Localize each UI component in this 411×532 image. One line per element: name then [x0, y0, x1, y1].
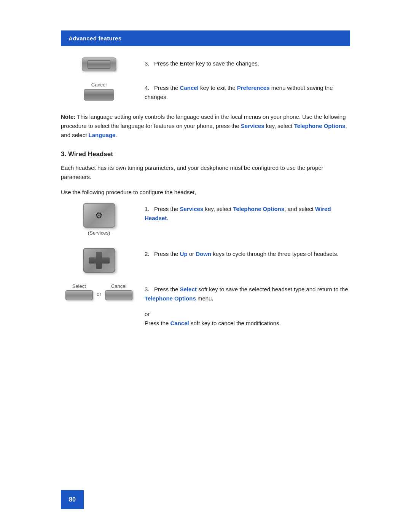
header-banner: Advanced features — [61, 30, 350, 46]
wired-step2-text: 2. Press the Up or Down keys to cycle th… — [137, 248, 350, 259]
select-key-group: Select — [65, 283, 93, 300]
section3-body2: Use the following procedure to configure… — [61, 188, 350, 197]
header-title: Advanced features — [68, 35, 121, 42]
cancel-key-graphic — [84, 89, 114, 101]
ws3-cancel-suffix: soft key to cancel the modifications. — [189, 320, 281, 326]
ws1-middle2: , and select — [284, 206, 315, 212]
ws2-key2: Down — [196, 251, 211, 257]
wired-step3-row: Select or Cancel 3. Press the Select sof… — [61, 283, 350, 328]
note-text2: key, select — [264, 123, 294, 129]
enter-step-text: 3. Press the Enter key to save the chang… — [137, 58, 350, 68]
step4-link: Preferences — [237, 85, 270, 91]
ws3-middle: soft key to save the selected headset ty… — [197, 286, 348, 292]
softkey-image-col: Select or Cancel — [61, 283, 137, 302]
page-number: 80 — [69, 496, 76, 503]
note-link2: Telephone Options — [294, 123, 346, 129]
ws2-suffix: keys to cycle through the three types of… — [211, 251, 338, 257]
page-number-box: 80 — [61, 490, 84, 509]
ws1-link3: Headset — [145, 215, 167, 221]
ws3-cancel-key: Cancel — [170, 320, 189, 326]
cancel-key-group: Cancel — [105, 283, 132, 300]
nav-cross-vertical — [96, 252, 102, 269]
wired-step2-row: 2. Press the Up or Down keys to cycle th… — [61, 248, 350, 273]
note-text4: . — [115, 132, 117, 138]
ws3-cancel-prefix: Press the — [145, 320, 170, 326]
softkey-or: or — [94, 291, 104, 300]
ws2-number: 2. — [145, 251, 150, 257]
ws1-prefix: Press the — [154, 206, 180, 212]
nav-key-image-col — [61, 248, 137, 273]
section3-body1: Each headset has its own tuning paramete… — [61, 163, 350, 182]
ws2-key1: Up — [180, 251, 188, 257]
ws3-key: Select — [180, 286, 197, 292]
nav-key-graphic — [83, 248, 115, 273]
step3-suffix: key to save the changes. — [194, 60, 259, 67]
select-label: Select — [72, 283, 86, 289]
ws2-or: or — [188, 251, 196, 257]
wired-step1-row: ⚙ (Services) 1. Press the Services key, … — [61, 203, 350, 237]
cancel-key-image-col: Cancel — [61, 82, 137, 101]
note-link1: Services — [241, 123, 264, 129]
ws3-number: 3. — [145, 286, 150, 292]
step3-number: 3. — [145, 60, 150, 67]
note-block: Note: This language setting only control… — [61, 112, 350, 140]
ws3-suffix: menu. — [196, 295, 213, 302]
enter-key-graphic — [82, 58, 116, 71]
cancel-step-text: 4. Press the Cancel key to exit the Pref… — [137, 82, 350, 102]
enter-key-image-col — [61, 58, 137, 71]
ws2-prefix: Press the — [154, 251, 180, 257]
ws1-number: 1. — [145, 206, 150, 212]
select-key-graphic — [65, 290, 93, 300]
ws1-link2: Wired — [315, 206, 331, 212]
nav-cross — [89, 252, 110, 269]
step-enter-row: 3. Press the Enter key to save the chang… — [61, 58, 350, 71]
step3-prefix: Press the — [154, 60, 180, 67]
step3-key: Enter — [180, 60, 194, 67]
step4-number: 4. — [145, 85, 150, 91]
ws1-key: Services — [180, 206, 204, 212]
note-link3: Language — [89, 132, 116, 138]
services-label: (Services) — [88, 230, 110, 236]
ws1-suffix: . — [167, 215, 168, 221]
cancel2-label: Cancel — [111, 283, 126, 289]
cancel2-key-graphic — [105, 290, 132, 300]
ws1-middle: key, select — [203, 206, 233, 212]
cancel-label: Cancel — [91, 82, 107, 88]
note-bold: Note: — [61, 113, 75, 120]
services-key-graphic: ⚙ — [83, 203, 115, 228]
wired-step1-text: 1. Press the Services key, select Teleph… — [137, 203, 350, 223]
enter-key-inner — [88, 60, 110, 69]
wired-step3-text: 3. Press the Select soft key to save the… — [137, 283, 350, 328]
ws3-or: or — [145, 311, 150, 317]
ws3-prefix: Press the — [154, 286, 180, 292]
step4-prefix: Press the — [154, 85, 180, 91]
services-icon: ⚙ — [95, 211, 103, 220]
step4-key: Cancel — [180, 85, 199, 91]
services-key-image-col: ⚙ (Services) — [61, 203, 137, 237]
step4-middle: key to exit the — [199, 85, 237, 91]
section3-heading: 3. Wired Headset — [61, 150, 350, 158]
step-cancel-row: Cancel 4. Press the Cancel key to exit t… — [61, 82, 350, 102]
ws1-link1: Telephone Options — [233, 206, 284, 212]
ws3-link: Telephone Options — [145, 295, 196, 302]
